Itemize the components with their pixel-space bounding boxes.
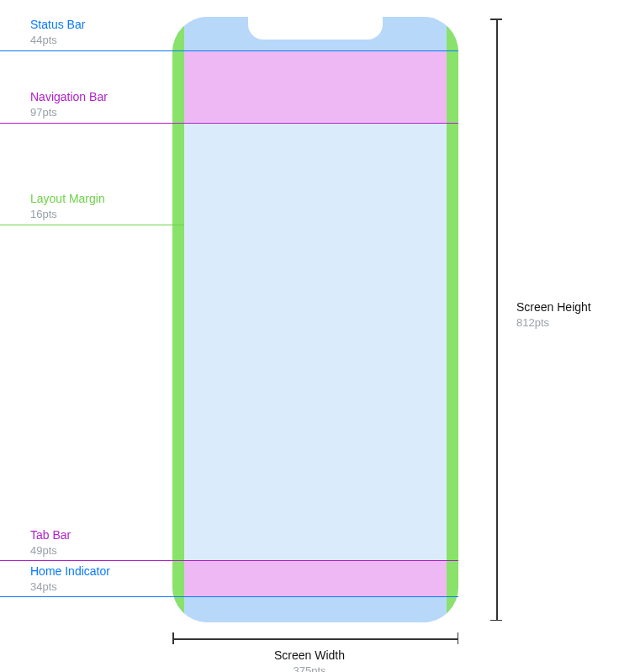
- layout-margin-right: [447, 17, 458, 622]
- width-label: Screen Width 375pts: [0, 648, 619, 672]
- home-indicator-zone: [184, 596, 447, 622]
- width-bracket: [172, 632, 458, 644]
- navigation-title: Navigation Bar: [30, 89, 108, 104]
- status-value: 44pts: [30, 34, 85, 48]
- margin-label: Layout Margin 16pts: [30, 191, 105, 222]
- height-bracket: [490, 19, 502, 621]
- width-value: 375pts: [0, 664, 619, 672]
- phone-frame: [172, 17, 458, 622]
- layout-margin-left: [172, 17, 184, 622]
- margin-title: Layout Margin: [30, 191, 105, 206]
- navigation-value: 97pts: [30, 106, 108, 120]
- home-label: Home Indicator 34pts: [30, 564, 110, 595]
- tab-value: 49pts: [30, 544, 71, 558]
- margin-value: 16pts: [30, 208, 105, 222]
- tab-title: Tab Bar: [30, 527, 71, 542]
- home-value: 34pts: [30, 580, 110, 595]
- navigation-rule: [0, 123, 458, 124]
- navigation-label: Navigation Bar 97pts: [30, 89, 108, 120]
- status-title: Status Bar: [30, 17, 85, 32]
- tab-rule: [0, 560, 458, 561]
- height-title: Screen Height: [516, 299, 591, 315]
- navigation-bar-zone: [184, 50, 447, 123]
- margin-rule: [0, 225, 184, 225]
- width-title: Screen Width: [0, 648, 619, 663]
- tab-label: Tab Bar 49pts: [30, 527, 71, 558]
- diagram-root: Status Bar 44pts Navigation Bar 97pts La…: [0, 0, 619, 672]
- height-value: 812pts: [516, 316, 591, 331]
- home-rule: [0, 596, 458, 597]
- status-rule: [0, 50, 458, 51]
- home-title: Home Indicator: [30, 564, 110, 579]
- safe-area-zone: [184, 123, 447, 560]
- tab-bar-zone: [184, 560, 447, 596]
- status-label: Status Bar 44pts: [30, 17, 85, 48]
- height-label: Screen Height 812pts: [516, 299, 591, 331]
- device-notch: [248, 17, 383, 40]
